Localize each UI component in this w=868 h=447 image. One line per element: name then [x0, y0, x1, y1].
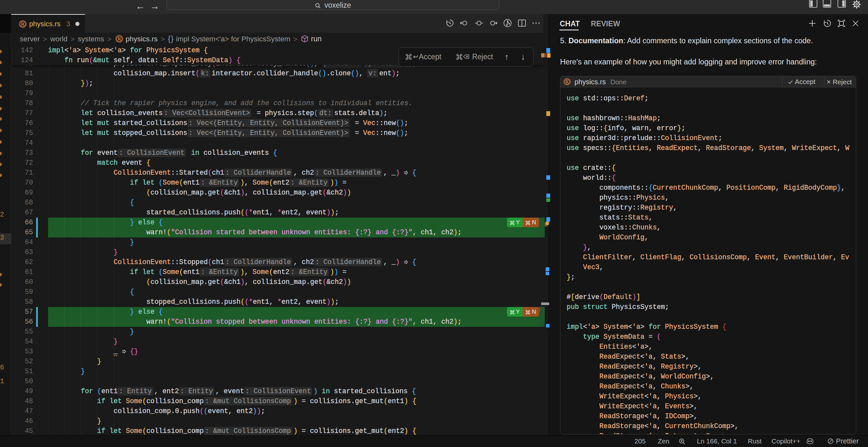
svg-text:R: R — [21, 22, 25, 27]
svg-text:R: R — [117, 36, 121, 41]
